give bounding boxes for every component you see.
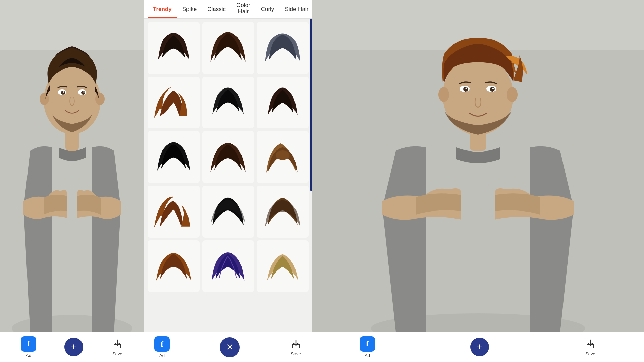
svg-point-23	[463, 87, 468, 92]
center-bottom-bar: f Ad ✕ Save	[144, 332, 312, 362]
svg-point-11	[63, 91, 64, 93]
hair-style-13[interactable]	[148, 240, 200, 292]
right-ad-button[interactable]: f Ad	[360, 336, 375, 358]
tab-color-hair[interactable]: Color Hair	[231, 1, 256, 17]
svg-point-12	[83, 91, 85, 93]
svg-point-5	[40, 93, 49, 105]
svg-point-25	[466, 88, 467, 89]
svg-point-9	[61, 90, 65, 95]
right-save-button[interactable]: Save	[584, 338, 596, 356]
center-save-label: Save	[291, 351, 301, 356]
scrollbar-track	[310, 19, 312, 332]
svg-point-24	[490, 87, 495, 92]
left-ad-label: Ad	[26, 353, 31, 358]
left-ad-button[interactable]: f Ad	[21, 336, 36, 358]
left-save-label: Save	[112, 351, 122, 356]
hair-style-14[interactable]	[202, 240, 254, 292]
tab-classic[interactable]: Classic	[202, 3, 231, 15]
left-add-button[interactable]: +	[64, 338, 83, 356]
right-panel: f Ad + Save	[312, 0, 644, 362]
hair-style-1[interactable]	[148, 22, 200, 74]
right-bottom-bar: f Ad + Save	[312, 332, 644, 362]
center-panel: Trendy Spike Classic Color Hair Curly Si…	[144, 0, 312, 362]
hair-style-3[interactable]	[257, 22, 309, 74]
hair-style-12[interactable]	[257, 186, 309, 238]
hair-style-8[interactable]	[202, 131, 254, 183]
svg-point-19	[438, 87, 449, 102]
tab-curly[interactable]: Curly	[256, 3, 280, 15]
right-save-icon	[584, 338, 596, 350]
hair-style-15[interactable]	[257, 240, 309, 292]
center-save-button[interactable]: Save	[290, 338, 302, 356]
right-ad-label: Ad	[365, 353, 370, 358]
hair-style-7[interactable]	[148, 131, 200, 183]
center-facebook-icon: f	[154, 336, 170, 352]
hair-style-2[interactable]	[202, 22, 254, 74]
tab-spike[interactable]: Spike	[177, 3, 202, 15]
left-save-button[interactable]: Save	[111, 338, 123, 356]
hair-style-4[interactable]	[148, 77, 200, 129]
svg-point-26	[492, 88, 494, 89]
right-facebook-icon: f	[360, 336, 375, 352]
hair-style-10[interactable]	[148, 186, 200, 238]
left-bottom-bar: f Ad + Save	[0, 332, 144, 362]
left-save-icon	[111, 338, 123, 350]
right-person-photo	[312, 0, 644, 332]
tab-side-hair[interactable]: Side Hair	[279, 3, 314, 15]
right-add-button[interactable]: +	[470, 338, 489, 356]
tab-trendy[interactable]: Trendy	[148, 3, 177, 15]
center-ad-label: Ad	[159, 353, 165, 358]
tabs-bar: Trendy Spike Classic Color Hair Curly Si…	[144, 0, 312, 19]
scrollbar-thumb	[310, 19, 312, 191]
svg-point-10	[81, 90, 85, 95]
hair-style-9[interactable]	[257, 131, 309, 183]
svg-point-20	[507, 87, 518, 102]
hair-grid-container[interactable]	[144, 19, 312, 332]
hair-grid	[148, 22, 309, 292]
close-button[interactable]: ✕	[220, 337, 240, 357]
right-save-label: Save	[585, 351, 595, 356]
center-save-icon	[290, 338, 302, 350]
svg-point-6	[95, 93, 105, 105]
hair-style-5[interactable]	[202, 77, 254, 129]
left-panel: f Ad + Save	[0, 0, 144, 362]
left-facebook-icon: f	[21, 336, 36, 352]
svg-point-13	[276, 150, 290, 160]
hair-style-11[interactable]	[202, 186, 254, 238]
left-person-photo	[0, 0, 144, 332]
svg-rect-1	[0, 0, 144, 50]
center-ad-button[interactable]: f Ad	[154, 336, 170, 358]
hair-style-6[interactable]	[257, 77, 309, 129]
